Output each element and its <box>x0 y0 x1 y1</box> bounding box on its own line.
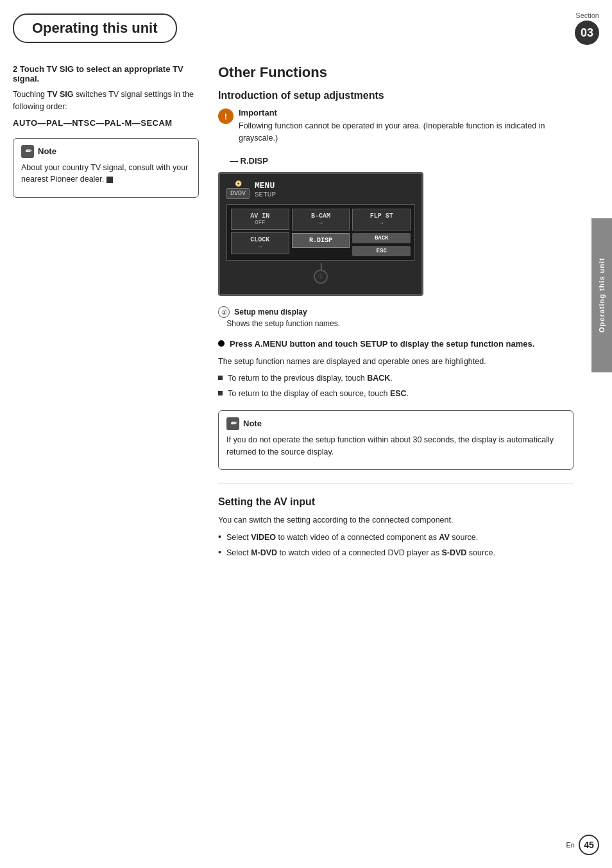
important-label: Important <box>239 108 277 117</box>
setup-grid: AV IN OFF CLOCK → B-CAM → R.DISP <box>226 204 415 261</box>
intro-setup-title: Introduction of setup adjustments <box>218 90 574 101</box>
back-btn[interactable]: BACK <box>352 233 411 243</box>
page-lang: En <box>566 841 575 849</box>
left-column: 2 Touch TV SIG to select an appropriate … <box>13 64 218 562</box>
setup-cell-av[interactable]: AV IN OFF <box>231 209 289 230</box>
end-marker <box>106 177 113 183</box>
note-label: Note <box>38 146 56 156</box>
note-header: ✏ Note <box>21 145 191 158</box>
bullet-esc-text: To return to the display of each source,… <box>228 388 409 400</box>
note-icon-2: ✏ <box>226 417 239 430</box>
note-text: About your country TV signal, consult wi… <box>21 162 191 186</box>
page-number-area: En 45 <box>566 835 599 855</box>
side-tab: Operating this unit <box>591 218 612 372</box>
note-box: ✏ Note About your country TV signal, con… <box>13 138 199 198</box>
setup-label: SETUP <box>255 191 276 198</box>
bullet-esc: To return to the display of each source,… <box>218 388 574 400</box>
av-bullet-dot-2: • <box>218 546 221 559</box>
press-body-text: The setup function names are displayed a… <box>218 356 574 368</box>
note-icon: ✏ <box>21 145 34 158</box>
page-number: 45 <box>579 835 599 855</box>
setup-cell-rdisp[interactable]: R.DISP <box>292 233 350 248</box>
callout-desc: ① Setup menu display Shows the setup fun… <box>218 306 574 330</box>
setup-cell-clock[interactable]: CLOCK → <box>231 232 289 254</box>
note-text-2: If you do not operate the setup function… <box>226 434 565 458</box>
press-instruction: Press A.MENU button and touch SETUP to d… <box>218 338 574 350</box>
setup-cell-flp[interactable]: FLP ST → <box>352 209 411 230</box>
r-disp-label: — R.DISP <box>230 156 574 166</box>
section-label: Section <box>575 12 599 19</box>
callout-area: ① <box>226 263 415 284</box>
callout-text: Shows the setup function names. <box>226 319 340 328</box>
note-box-2: ✏ Note If you do not operate the setup f… <box>218 410 574 471</box>
section-badge: Section 03 <box>575 12 599 45</box>
av-bullet-1: • Select VIDEO to watch video of a conne… <box>218 532 574 544</box>
divider <box>218 483 574 483</box>
setup-top-row: 📀 DVDV MENU SETUP <box>226 180 415 199</box>
press-instruction-text: Press A.MENU button and touch SETUP to d… <box>230 338 534 350</box>
step-body-text: Touching TV SIG switches TV signal setti… <box>13 89 199 113</box>
av-bullet-text-1: Select VIDEO to watch video of a connect… <box>226 532 478 544</box>
important-text: Following function cannot be operated in… <box>239 120 574 144</box>
square-bullet-1 <box>218 376 223 380</box>
page-header: Operating this unit Section 03 <box>0 0 612 45</box>
bullet-back-text: To return to the previous display, touch… <box>228 372 393 385</box>
esc-btn[interactable]: ESC <box>352 246 411 256</box>
callout-num: ① <box>218 306 230 318</box>
setup-cell-bcam[interactable]: B-CAM → <box>292 209 350 230</box>
setup-display: 📀 DVDV MENU SETUP AV IN OFF CLOCK <box>218 172 423 296</box>
dvdv-badge: DVDV <box>226 188 250 199</box>
callout-circle: ① <box>314 270 328 284</box>
note-header-2: ✏ Note <box>226 417 565 430</box>
page-title: Operating this unit <box>13 13 177 43</box>
av-bullet-dot-1: • <box>218 530 221 544</box>
signal-sequence: AUTO—PAL—NTSC—PAL-M—SECAM <box>13 118 199 128</box>
bullet-back: To return to the previous display, touch… <box>218 372 574 385</box>
av-input-title: Setting the AV input <box>218 496 574 508</box>
right-column: Other Functions Introduction of setup ad… <box>218 64 599 562</box>
important-box: ! Important Following function cannot be… <box>218 108 574 150</box>
section-number: 03 <box>575 21 599 45</box>
important-icon: ! <box>218 108 234 124</box>
other-functions-title: Other Functions <box>218 64 574 81</box>
av-bullet-2: • Select M-DVD to watch video of a conne… <box>218 547 574 559</box>
black-dot <box>218 340 225 347</box>
note-label-2: Note <box>243 419 262 428</box>
callout-title: Setup menu display <box>234 308 307 317</box>
step-heading: 2 Touch TV SIG to select an appropriate … <box>13 64 199 83</box>
av-input-body: You can switch the setting according to … <box>218 514 574 526</box>
square-bullet-2 <box>218 391 223 395</box>
main-content: 2 Touch TV SIG to select an appropriate … <box>0 45 612 575</box>
av-bullet-text-2: Select M-DVD to watch video of a connect… <box>226 547 495 559</box>
important-content: Important Following function cannot be o… <box>239 108 574 150</box>
menu-label: MENU <box>255 181 276 191</box>
